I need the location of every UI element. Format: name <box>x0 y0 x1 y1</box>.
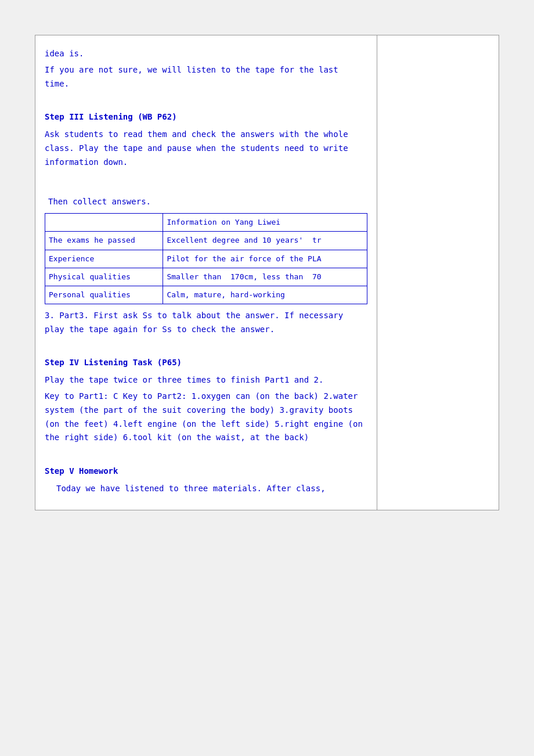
step5-text1: Today we have listened to three material… <box>45 482 367 496</box>
intro-text1: idea is. <box>45 47 367 61</box>
table-cell-exams-value: Excellent degree and 10 years' tr <box>163 232 367 250</box>
spacer5 <box>45 447 367 459</box>
sidebar <box>377 35 499 510</box>
step4-text1: Play the tape twice or three times to fi… <box>45 373 367 387</box>
table-cell-experience-label: Experience <box>45 250 163 268</box>
table-row: Physical qualities Smaller than 170cm, l… <box>45 268 367 286</box>
intro-text2: If you are not sure, we will listen to t… <box>45 63 367 91</box>
page-container: idea is. If you are not sure, we will li… <box>35 35 499 510</box>
step4-text2: Key to Part1: C Key to Part2: 1.oxygen c… <box>45 390 367 445</box>
table-cell-experience-value: Pilot for the air force of the PLA <box>163 250 367 268</box>
table-cell-personal-value: Calm, mature, hard-working <box>163 286 367 304</box>
spacer1 <box>45 93 367 105</box>
yang-liwei-table: Information on Yang Liwei The exams he p… <box>45 213 367 304</box>
step4-heading: Step IV Listening Task (P65) <box>45 356 367 370</box>
table-header-col2: Information on Yang Liwei <box>163 214 367 232</box>
table-header-col1 <box>45 214 163 232</box>
table-cell-physical-value: Smaller than 170cm, less than 70 <box>163 268 367 286</box>
table-row: The exams he passed Excellent degree and… <box>45 232 367 250</box>
step5-heading: Step V Homework <box>45 465 367 478</box>
spacer2 <box>45 172 367 183</box>
table-cell-exams-label: The exams he passed <box>45 232 163 250</box>
spacer3 <box>45 183 367 195</box>
table-row: Experience Pilot for the air force of th… <box>45 250 367 268</box>
part3-text: 3. Part3. First ask Ss to talk about the… <box>45 309 367 337</box>
table-header-row: Information on Yang Liwei <box>45 214 367 232</box>
main-content: idea is. If you are not sure, we will li… <box>35 35 377 510</box>
step3-text1: Ask students to read them and check the … <box>45 128 367 169</box>
table-cell-physical-label: Physical qualities <box>45 268 163 286</box>
then-collect: Then collect answers. <box>45 195 367 209</box>
spacer4 <box>45 339 367 350</box>
table-row: Personal qualities Calm, mature, hard-wo… <box>45 286 367 304</box>
table-cell-personal-label: Personal qualities <box>45 286 163 304</box>
step3-heading: Step III Listening (WB P62) <box>45 110 367 124</box>
